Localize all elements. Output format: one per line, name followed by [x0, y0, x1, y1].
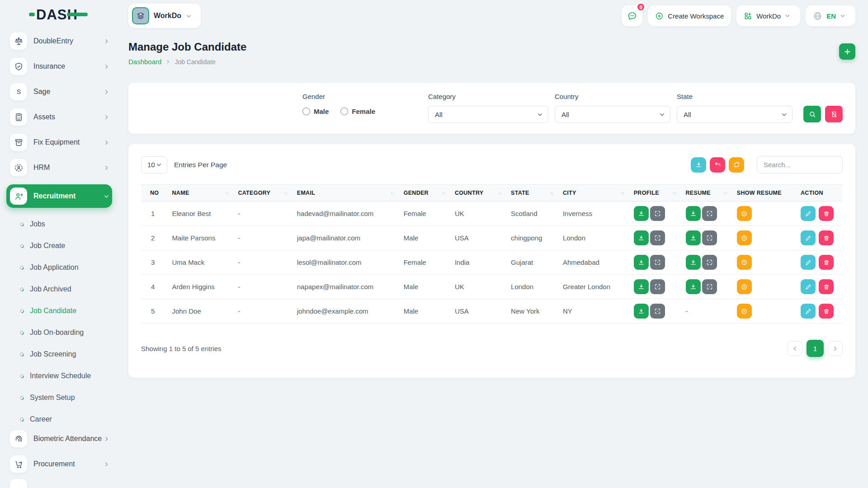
edit-button[interactable] — [801, 255, 816, 270]
sidebar-subitem-job-on-boarding[interactable]: Job On-boarding — [6, 322, 112, 343]
sidebar-item-biometric-attendance[interactable]: Biometric Attendance — [10, 430, 112, 447]
sidebar-subitem-job-screening[interactable]: Job Screening — [6, 343, 112, 365]
table-search-input[interactable] — [757, 156, 843, 174]
state-select[interactable]: All — [677, 106, 793, 123]
category-select[interactable]: All — [428, 106, 548, 123]
app-logo[interactable]: DASH — [6, 0, 112, 29]
notification-badge: 0 — [637, 3, 645, 11]
sidebar-subitem-job-create[interactable]: Job Create — [6, 235, 112, 257]
sort-icon: ↑↓ — [498, 190, 504, 196]
column-header-gender[interactable]: GENDER↑↓ — [400, 185, 451, 202]
undo-button[interactable] — [710, 157, 725, 173]
resume-preview-button[interactable] — [702, 279, 717, 294]
sidebar-subitem-career[interactable]: Career — [6, 408, 112, 430]
edit-button[interactable] — [801, 304, 816, 319]
column-header-country[interactable]: COUNTRY↑↓ — [451, 185, 507, 202]
sidebar-subitem-jobs[interactable]: Jobs — [6, 213, 112, 235]
delete-button[interactable] — [819, 304, 834, 319]
column-header-state[interactable]: STATE↑↓ — [507, 185, 559, 202]
resume-download-button[interactable] — [686, 230, 701, 245]
sidebar-item-assets[interactable]: Assets — [10, 108, 112, 126]
cart-icon — [10, 455, 27, 473]
sidebar-item-fix-equipment[interactable]: Fix Equipment — [10, 134, 112, 151]
add-candidate-button[interactable] — [839, 43, 855, 60]
next-page-button[interactable] — [828, 341, 843, 356]
profile-preview-button[interactable] — [650, 206, 665, 221]
delete-button[interactable] — [819, 206, 834, 221]
resume-download-button[interactable] — [686, 255, 701, 270]
delete-button[interactable] — [819, 230, 834, 245]
sidebar-subitem-system-setup[interactable]: System Setup — [6, 387, 112, 408]
resume-download-button[interactable] — [686, 206, 701, 221]
workspace-selector[interactable]: WorkDo — [128, 4, 201, 28]
column-label: SHOW RESUME — [737, 190, 782, 196]
refresh-button[interactable] — [729, 157, 744, 173]
column-header-category[interactable]: CATEGORY↑↓ — [234, 185, 293, 202]
radio-input[interactable] — [302, 108, 310, 115]
gender-male-radio[interactable]: Male — [302, 108, 329, 115]
cell-show-resume — [733, 299, 797, 324]
column-header-show_resume: SHOW RESUME — [733, 185, 797, 202]
prev-page-button[interactable] — [788, 341, 802, 356]
profile-download-button[interactable] — [634, 206, 649, 221]
bullet-icon — [19, 221, 25, 227]
sidebar-item-recruitment[interactable]: Recruitment — [6, 184, 112, 208]
sidebar-item-doubleentry[interactable]: DoubleEntry — [10, 33, 112, 50]
delete-button[interactable] — [819, 255, 834, 270]
column-header-resume[interactable]: RESUME↑↓ — [682, 185, 733, 202]
sidebar-item-sage[interactable]: S Sage — [10, 83, 112, 100]
profile-download-button[interactable] — [634, 230, 649, 245]
filter-reset-button[interactable] — [825, 106, 843, 122]
resume-preview-button[interactable] — [702, 255, 717, 270]
profile-download-button[interactable] — [634, 255, 649, 270]
sidebar-item-label: Sage — [33, 87, 104, 96]
chevron-down-icon — [840, 13, 845, 19]
radio-input[interactable] — [340, 108, 348, 115]
resume-preview-button[interactable] — [702, 206, 717, 221]
profile-preview-button[interactable] — [650, 255, 665, 270]
resume-download-button[interactable] — [686, 279, 701, 294]
edit-button[interactable] — [801, 279, 816, 294]
sidebar-subitem-job-archived[interactable]: Job Archived — [6, 278, 112, 300]
profile-download-button[interactable] — [634, 304, 649, 319]
sidebar-item-procurement[interactable]: Procurement — [10, 455, 112, 473]
show-resume-button[interactable] — [737, 230, 752, 245]
country-select[interactable]: All — [555, 106, 670, 123]
sidebar-item-insurance[interactable]: Insurance — [10, 58, 112, 75]
messages-button[interactable]: 0 — [622, 5, 642, 26]
current-page-button[interactable]: 1 — [807, 340, 824, 357]
column-header-name[interactable]: NAME↑↓ — [169, 185, 235, 202]
language-selector[interactable]: EN — [806, 5, 855, 26]
show-resume-button[interactable] — [737, 279, 752, 294]
candidates-card: 10 Entries Per Page — [128, 144, 855, 378]
resume-preview-button[interactable] — [702, 230, 717, 245]
sidebar-subitem-job-application[interactable]: Job Application — [6, 257, 112, 278]
show-resume-button[interactable] — [737, 304, 752, 319]
export-button[interactable] — [691, 157, 706, 173]
create-workspace-button[interactable]: Create Workspace — [648, 5, 731, 26]
sort-icon: ↑↓ — [284, 190, 290, 196]
undo-icon — [714, 161, 721, 168]
profile-preview-button[interactable] — [650, 279, 665, 294]
filter-search-button[interactable] — [803, 106, 821, 122]
profile-preview-button[interactable] — [650, 230, 665, 245]
workdo-apps-menu[interactable]: WorkDo — [736, 5, 800, 26]
show-resume-button[interactable] — [737, 206, 752, 221]
breadcrumb-dashboard-link[interactable]: Dashboard — [128, 58, 161, 66]
show-resume-button[interactable] — [737, 255, 752, 270]
profile-preview-button[interactable] — [650, 304, 665, 319]
sidebar-subitem-label: Job On-boarding — [30, 328, 84, 337]
edit-button[interactable] — [801, 230, 816, 245]
sidebar-subitem-job-candidate[interactable]: Job Candidate — [6, 300, 112, 322]
sidebar-subitem-interview-schedule[interactable]: Interview Schedule — [6, 365, 112, 387]
entries-per-page-select[interactable]: 10 — [141, 156, 167, 174]
scan-icon — [654, 210, 661, 217]
profile-download-button[interactable] — [634, 279, 649, 294]
delete-button[interactable] — [819, 279, 834, 294]
sidebar-item-hrm[interactable]: HRM — [10, 159, 112, 176]
column-header-city[interactable]: CITY↑↓ — [559, 185, 630, 202]
edit-button[interactable] — [801, 206, 816, 221]
gender-female-radio[interactable]: Female — [340, 108, 375, 115]
column-header-email[interactable]: EMAIL↑↓ — [293, 185, 400, 202]
column-header-profile[interactable]: PROFILE↑↓ — [630, 185, 682, 202]
